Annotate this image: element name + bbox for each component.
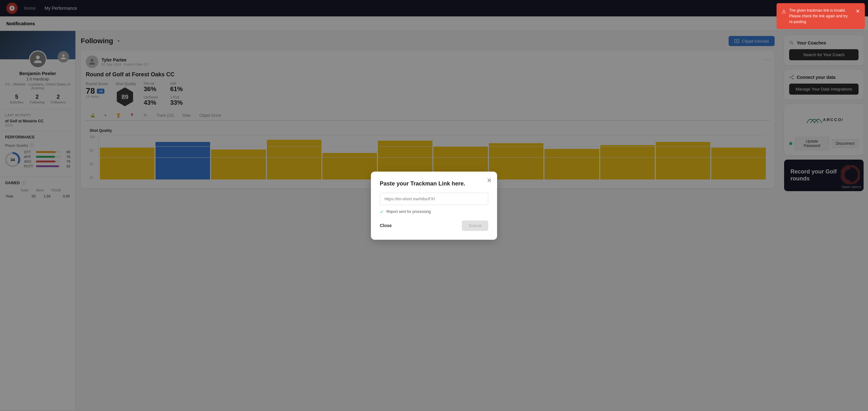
- toast-warning-icon: ⚠: [782, 8, 786, 15]
- status-check-icon: ✓: [380, 209, 384, 215]
- modal-close-x-button[interactable]: ✕: [487, 177, 492, 184]
- modal-overlay[interactable]: Paste your Trackman Link here. ✕ ✓ Repor…: [0, 0, 868, 410]
- toast-close-button[interactable]: ✕: [856, 7, 860, 15]
- modal-close-button[interactable]: Close: [380, 223, 392, 228]
- toast-message: The given trackman link is invalid. Plea…: [789, 7, 852, 25]
- modal-status: ✓ Report sent for processing: [380, 209, 488, 215]
- trackman-link-input[interactable]: [380, 193, 488, 205]
- error-toast: ⚠ The given trackman link is invalid. Pl…: [777, 3, 865, 29]
- status-message: Report sent for processing: [386, 210, 431, 214]
- modal-submit-button[interactable]: Submit: [462, 220, 488, 231]
- trackman-modal: Paste your Trackman Link here. ✕ ✓ Repor…: [371, 171, 497, 240]
- modal-footer: Close Submit: [380, 220, 488, 231]
- modal-title: Paste your Trackman Link here.: [380, 181, 488, 187]
